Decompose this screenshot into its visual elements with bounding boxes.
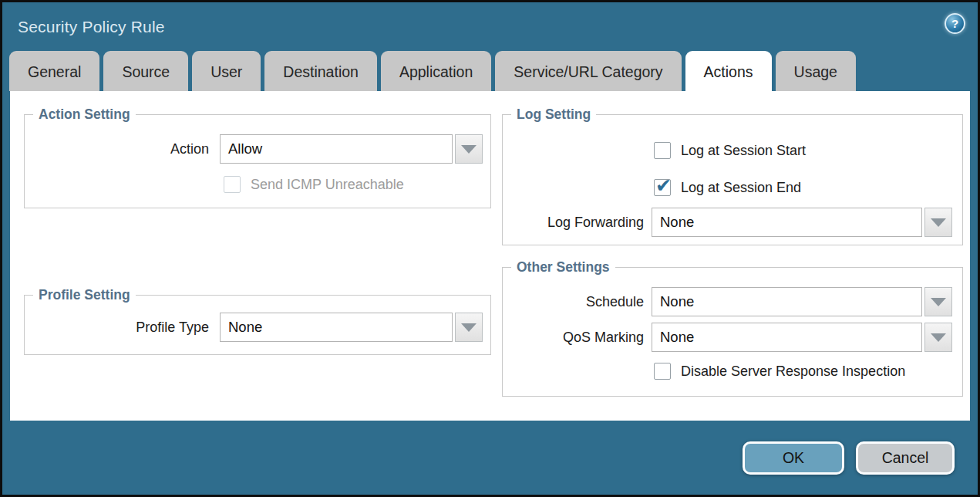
log-forwarding-dropdown-button[interactable] <box>924 208 952 237</box>
tab-general[interactable]: General <box>9 51 99 91</box>
log-at-session-end-label: Log at Session End <box>681 180 801 196</box>
profile-type-row: Profile Type None <box>25 313 490 342</box>
dialog-footer: OK Cancel <box>2 421 978 495</box>
other-settings-legend: Other Settings <box>511 259 615 276</box>
tab-source[interactable]: Source <box>103 51 188 91</box>
log-at-session-start-checkbox[interactable] <box>654 142 671 159</box>
action-dropdown[interactable]: Allow <box>220 134 483 164</box>
profile-type-dropdown-button[interactable] <box>455 313 483 342</box>
schedule-dropdown-button[interactable] <box>924 287 952 316</box>
security-policy-rule-dialog: Security Policy Rule ? General Source Us… <box>0 0 980 497</box>
schedule-row: Schedule None <box>503 287 962 316</box>
log-at-session-start-label: Log at Session Start <box>681 143 806 159</box>
send-icmp-row: Send ICMP Unreachable <box>25 176 490 193</box>
action-row: Action Allow <box>25 134 490 164</box>
dialog-title: Security Policy Rule <box>18 18 165 36</box>
log-forwarding-label: Log Forwarding <box>503 215 644 231</box>
send-icmp-unreachable-label: Send ICMP Unreachable <box>251 177 404 193</box>
log-at-session-end-checkbox[interactable] <box>654 179 671 196</box>
tab-destination[interactable]: Destination <box>264 51 377 91</box>
action-dropdown-button[interactable] <box>455 134 483 164</box>
tab-user[interactable]: User <box>192 51 261 91</box>
log-setting-group: Log Setting Log at Session Start Log at … <box>502 114 963 245</box>
ok-button[interactable]: OK <box>743 441 844 475</box>
log-session-start-row: Log at Session Start <box>503 142 962 159</box>
log-forwarding-row: Log Forwarding None <box>503 208 962 237</box>
profile-type-label: Profile Type <box>25 320 209 336</box>
chevron-down-icon <box>461 323 477 332</box>
action-setting-legend: Action Setting <box>33 106 136 123</box>
qos-marking-label: QoS Marking <box>503 330 644 346</box>
disable-server-response-inspection-label: Disable Server Response Inspection <box>681 363 905 380</box>
chevron-down-icon <box>461 145 477 154</box>
qos-marking-dropdown-value[interactable]: None <box>652 323 922 352</box>
send-icmp-unreachable-checkbox <box>224 176 241 193</box>
qos-marking-row: QoS Marking None <box>503 323 962 352</box>
log-forwarding-dropdown[interactable]: None <box>652 208 952 237</box>
tab-application[interactable]: Application <box>381 51 491 91</box>
chevron-down-icon <box>931 218 946 227</box>
action-label: Action <box>25 141 209 157</box>
log-forwarding-dropdown-value[interactable]: None <box>652 208 922 237</box>
qos-marking-dropdown[interactable]: None <box>652 323 952 352</box>
schedule-dropdown-value[interactable]: None <box>652 287 922 316</box>
actions-tab-panel: Action Setting Action Allow Send ICMP Un… <box>10 91 970 421</box>
disable-server-response-inspection-checkbox[interactable] <box>654 363 671 380</box>
tab-bar: General Source User Destination Applicat… <box>2 51 978 91</box>
action-dropdown-value[interactable]: Allow <box>220 134 453 164</box>
dialog-titlebar: Security Policy Rule ? <box>2 2 978 51</box>
profile-setting-legend: Profile Setting <box>33 287 136 303</box>
tab-usage[interactable]: Usage <box>776 51 856 91</box>
qos-marking-dropdown-button[interactable] <box>924 323 952 352</box>
profile-type-dropdown[interactable]: None <box>220 313 483 342</box>
dsri-row: Disable Server Response Inspection <box>503 363 962 380</box>
profile-type-dropdown-value[interactable]: None <box>220 313 453 342</box>
chevron-down-icon <box>931 333 946 342</box>
cancel-button[interactable]: Cancel <box>856 441 955 475</box>
help-icon[interactable]: ? <box>945 13 965 34</box>
chevron-down-icon <box>931 298 946 306</box>
schedule-label: Schedule <box>503 294 644 310</box>
schedule-dropdown[interactable]: None <box>652 287 952 316</box>
profile-setting-group: Profile Setting Profile Type None <box>24 295 491 355</box>
tab-service-url-category[interactable]: Service/URL Category <box>495 51 681 91</box>
log-setting-legend: Log Setting <box>511 106 596 123</box>
log-session-end-row: Log at Session End <box>503 179 962 196</box>
action-setting-group: Action Setting Action Allow Send ICMP Un… <box>24 114 491 208</box>
other-settings-group: Other Settings Schedule None QoS Marking… <box>502 267 963 397</box>
help-icon-glyph: ? <box>951 17 958 30</box>
tab-actions[interactable]: Actions <box>685 51 772 91</box>
